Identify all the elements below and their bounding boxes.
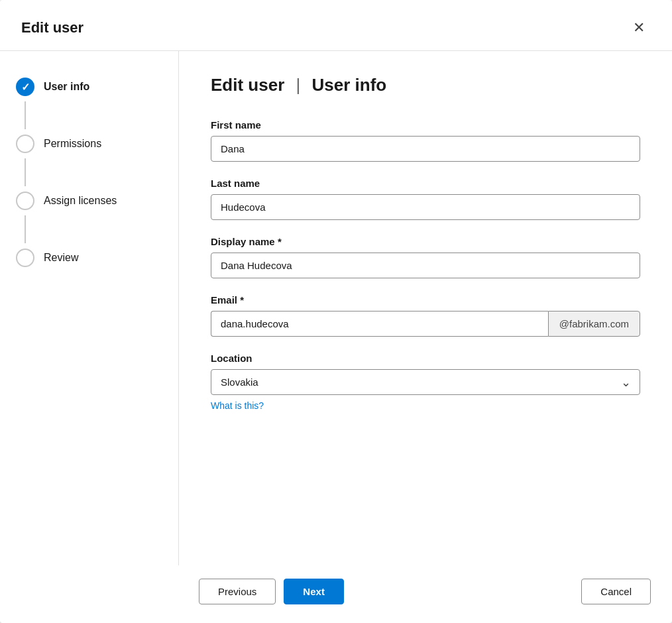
dialog-title: Edit user [21,19,84,36]
cancel-button[interactable]: Cancel [581,579,651,604]
what-is-this-link[interactable]: What is this? [211,400,264,411]
footer-actions-left: Previous Next [199,579,344,604]
step-connector-2 [25,158,26,186]
email-field-group: @fabrikam.com [211,311,640,337]
first-name-group: First name [211,119,640,162]
display-name-input[interactable] [211,253,640,278]
footer-actions-right: Cancel [581,579,651,604]
dialog-body: ✓ User info Permissions Assign licenses … [0,51,672,565]
display-name-label: Display name * [211,236,640,247]
first-name-label: First name [211,119,640,131]
section-title-suffix: User info [311,75,386,95]
location-group: Location Slovakia ⌄ What is this? [211,353,640,412]
sidebar-item-user-info[interactable]: ✓ User info [16,72,162,101]
last-name-input[interactable] [211,194,640,220]
edit-user-dialog: Edit user ✕ ✓ User info Permissions [0,0,672,623]
section-title-prefix: Edit user [211,75,284,95]
step-connector-3 [25,215,26,243]
email-label: Email * [211,294,640,306]
sidebar-item-review[interactable]: Review [16,243,162,272]
step-connector-1 [25,101,26,129]
step-circle-assign-licenses [16,192,34,210]
step-circle-review [16,249,34,267]
step-label-permissions: Permissions [44,138,101,150]
step-label-user-info: User info [44,81,89,93]
sidebar: ✓ User info Permissions Assign licenses … [0,51,179,565]
email-input[interactable] [211,311,548,337]
location-select[interactable]: Slovakia [211,369,640,395]
location-select-wrapper: Slovakia ⌄ [211,369,640,395]
previous-button[interactable]: Previous [199,579,276,604]
step-label-review: Review [44,252,78,264]
first-name-input[interactable] [211,136,640,162]
dialog-footer: Previous Next Cancel [0,565,672,623]
email-group: Email * @fabrikam.com [211,294,640,337]
last-name-label: Last name [211,178,640,189]
step-circle-user-info: ✓ [16,78,34,96]
location-label: Location [211,353,640,364]
section-title: Edit user | User info [211,75,640,95]
step-label-assign-licenses: Assign licenses [44,195,117,207]
last-name-group: Last name [211,178,640,220]
close-button[interactable]: ✕ [627,16,651,40]
step-circle-permissions [16,135,34,153]
sidebar-item-assign-licenses[interactable]: Assign licenses [16,186,162,215]
sidebar-item-permissions[interactable]: Permissions [16,129,162,158]
checkmark-icon: ✓ [21,81,30,93]
next-button[interactable]: Next [284,579,344,604]
email-domain: @fabrikam.com [548,311,640,337]
section-title-divider: | [296,75,300,95]
close-icon: ✕ [633,19,645,36]
main-content: Edit user | User info First name Last na… [179,51,672,565]
dialog-header: Edit user ✕ [0,0,672,51]
display-name-group: Display name * [211,236,640,278]
